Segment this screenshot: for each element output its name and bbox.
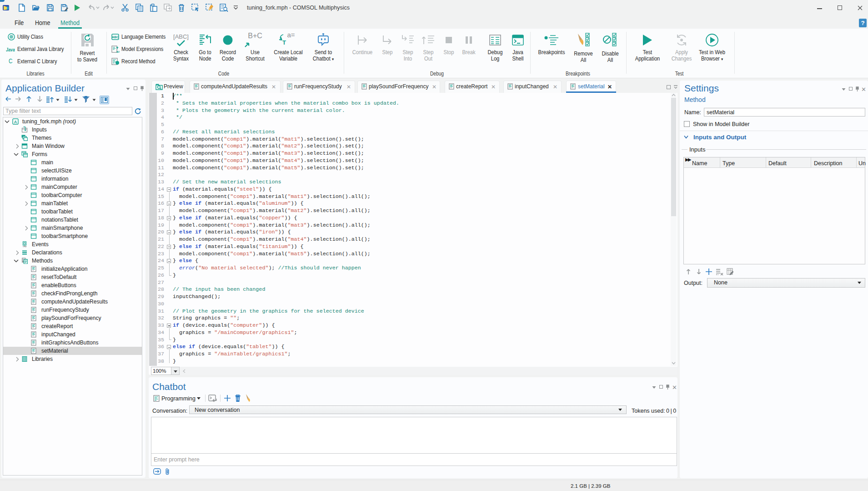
svg-text:T: T (282, 39, 286, 46)
svg-text:a=: a= (116, 50, 120, 54)
svg-text:ABC: ABC (112, 35, 119, 39)
